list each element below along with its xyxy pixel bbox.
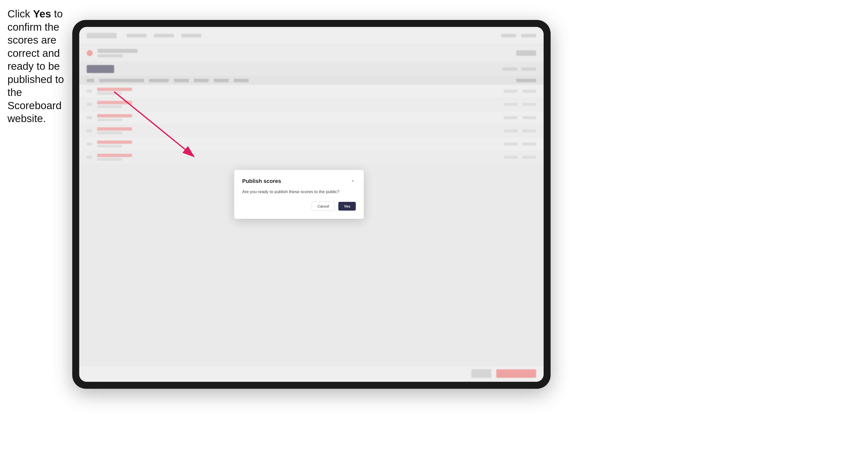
dialog-overlay: Publish scores × Are you ready to publis…	[79, 27, 544, 382]
tablet-device: Publish scores × Are you ready to publis…	[72, 20, 551, 389]
dialog-close-button[interactable]: ×	[350, 178, 356, 184]
dialog-body: Are you ready to publish these scores to…	[242, 189, 356, 195]
dialog-footer: Cancel Yes	[242, 201, 356, 211]
instruction-text: Click Yes to confirm the scores are corr…	[7, 7, 75, 125]
instruction-suffix: to confirm the scores are correct and re…	[7, 8, 64, 124]
instruction-bold: Yes	[33, 8, 51, 20]
dialog-cancel-button[interactable]: Cancel	[312, 201, 335, 211]
instruction-prefix: Click	[7, 8, 33, 20]
dialog-header: Publish scores ×	[242, 178, 356, 184]
publish-dialog: Publish scores × Are you ready to publis…	[234, 170, 364, 219]
dialog-yes-button[interactable]: Yes	[338, 202, 356, 211]
dialog-title: Publish scores	[242, 178, 281, 184]
tablet-screen: Publish scores × Are you ready to publis…	[79, 27, 544, 382]
